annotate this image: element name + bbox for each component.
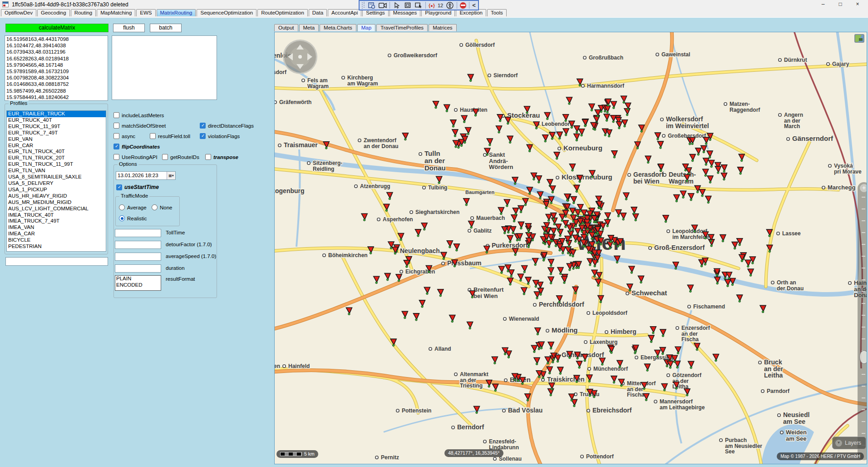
map-tab-Output[interactable]: Output: [274, 24, 298, 31]
coordinate-item[interactable]: 16.01468633,48.08818752: [5, 81, 108, 87]
useroutingapi-checkbox[interactable]: [113, 154, 119, 160]
collapse-chevron-icon[interactable]: <: [472, 2, 476, 9]
start-datetime-picker[interactable]: 13.01.2026 18:23 ▦▾: [116, 171, 176, 180]
form-settings-icon[interactable]: [368, 2, 376, 9]
profile-item[interactable]: IMEA_TRUCK_7_49T: [7, 218, 106, 224]
checkbox-row[interactable]: useStartTime: [116, 184, 159, 190]
checkbox-row[interactable]: includeLastMeters: [113, 112, 164, 118]
radio-row[interactable]: Average: [119, 204, 147, 210]
profile-item[interactable]: EUR_CAR: [7, 143, 106, 149]
profile-item[interactable]: AUS_LCV_LIGHT_COMMERCIAL: [7, 206, 106, 212]
coordinate-item[interactable]: 15.97584491,48.18240642: [5, 94, 108, 100]
main-tab-MapMatching[interactable]: MapMatching: [97, 9, 135, 16]
duration-input[interactable]: [115, 264, 161, 273]
coordinate-item[interactable]: 16.0739433,48.03112196: [5, 49, 108, 55]
profile-item[interactable]: IMEA_TRUCK_40T: [7, 212, 106, 219]
main-tab-MatrixRouting[interactable]: MatrixRouting: [157, 9, 196, 16]
tolltime-input[interactable]: [115, 229, 161, 237]
checkbox-row[interactable]: flipCoordinates: [113, 144, 160, 149]
pan-left-icon[interactable]: [288, 53, 293, 60]
flipcoordinates-checkbox[interactable]: [113, 144, 119, 149]
checkbox-row[interactable]: matchSideOfStreet: [113, 123, 166, 129]
checkbox-row[interactable]: transpose: [205, 154, 238, 160]
async-checkbox[interactable]: [113, 133, 119, 139]
checkbox-row[interactable]: getRouteIDs: [162, 154, 199, 160]
stop-icon[interactable]: [460, 2, 466, 9]
minimize-button[interactable]: –: [814, 0, 832, 9]
main-tab-OptiflowDev[interactable]: OptiflowDev: [1, 9, 36, 16]
profile-item[interactable]: BICYCLE: [7, 237, 106, 243]
map-tab-Matrices[interactable]: Matrices: [429, 24, 456, 31]
radio-row[interactable]: Realistic: [119, 215, 147, 221]
profile-item[interactable]: AUS_HR_HEAVY_RIGID: [7, 193, 106, 199]
overview-map-toggle-icon[interactable]: [854, 34, 864, 43]
main-tab-EWS[interactable]: EWS: [136, 9, 155, 16]
coordinate-item[interactable]: 16.1024472,48.39414038: [5, 42, 108, 49]
profile-item[interactable]: EUR_VAN: [7, 136, 106, 143]
calendar-dropdown-icon[interactable]: ▦▾: [167, 172, 175, 179]
profile-item[interactable]: USA_5_DELIVERY: [7, 180, 106, 187]
main-tab-RouteOptimization[interactable]: RouteOptimization: [257, 9, 308, 16]
violationflags-checkbox[interactable]: [200, 133, 206, 139]
detourfactor-input[interactable]: [115, 241, 161, 249]
resultfield-toll-checkbox[interactable]: [150, 133, 156, 139]
profile-item[interactable]: EUR_TLN_TRUCK_20T: [7, 155, 106, 161]
map-pan-control[interactable]: [283, 40, 317, 74]
realistic-radio[interactable]: [119, 215, 125, 221]
map-tab-Meta.Charts[interactable]: Meta.Charts: [320, 24, 356, 31]
cursor-region-icon[interactable]: [414, 2, 423, 9]
layers-button[interactable]: ▼ Layers: [832, 437, 866, 449]
resultformat-option[interactable]: PLAIN: [115, 276, 161, 282]
profile-item[interactable]: IMEA_VAN: [7, 224, 106, 231]
main-tab-Routing[interactable]: Routing: [71, 9, 96, 16]
usestarttime-checkbox[interactable]: [116, 184, 122, 190]
resultformat-option[interactable]: ENCODED: [115, 282, 161, 288]
flush-button[interactable]: flush: [113, 24, 145, 32]
coordinate-item[interactable]: 15.9857499,48.26502288: [5, 88, 108, 94]
map-canvas[interactable]: GöllersdorfGroßweikersdorfGroßrußbachGaw…: [274, 32, 867, 464]
profiles-listbox[interactable]: EUR_TRAILER_TRUCKEUR_TRUCK_40TEUR_TRUCK_…: [6, 110, 106, 252]
map-tab-Map[interactable]: Map: [357, 24, 375, 31]
profile-filter-input[interactable]: [5, 257, 108, 266]
zoom-in-icon[interactable]: +: [860, 184, 867, 192]
profile-item[interactable]: EUR_TLN_VAN: [7, 168, 106, 174]
checkbox-row[interactable]: violationFlags: [200, 133, 240, 139]
coordinate-item[interactable]: 16.51958163,48.44317098: [5, 36, 108, 42]
profile-item[interactable]: EUR_TRUCK_11_99T: [7, 124, 106, 130]
cursor-icon[interactable]: [393, 2, 401, 9]
pan-right-icon[interactable]: [307, 53, 312, 60]
coordinate-item[interactable]: 16.65228263,48.02189418: [5, 55, 108, 62]
coordinate-item[interactable]: 15.97891589,48.16732109: [5, 68, 108, 75]
zoom-handle[interactable]: [859, 350, 867, 364]
getrouteids-checkbox[interactable]: [162, 154, 168, 160]
checkbox-row[interactable]: async: [113, 133, 135, 139]
none-radio[interactable]: [152, 204, 158, 210]
profile-item[interactable]: PEDESTRIAN: [7, 243, 106, 250]
region-icon[interactable]: [404, 2, 412, 9]
map-tab-Meta[interactable]: Meta: [299, 24, 319, 31]
video-camera-icon[interactable]: [379, 2, 387, 9]
zoom-slider[interactable]: +: [858, 182, 867, 460]
profile-item[interactable]: USA_8_SEMITRAILER_5AXLE: [7, 174, 106, 180]
transpose-checkbox[interactable]: [205, 154, 211, 160]
main-tab-Geocoding[interactable]: Geocoding: [37, 9, 70, 16]
directdistanceflags-checkbox[interactable]: [200, 123, 206, 129]
checkbox-row[interactable]: directDistanceFlags: [200, 123, 254, 129]
map-tab-TravelTimeProfiles[interactable]: TravelTimeProfiles: [376, 24, 428, 31]
pan-down-icon[interactable]: [296, 64, 304, 69]
batch-button[interactable]: batch: [150, 24, 182, 32]
main-tab-Data[interactable]: Data: [309, 9, 327, 16]
maximize-button[interactable]: □: [832, 0, 849, 9]
resultformat-listbox[interactable]: PLAIN ENCODED: [115, 275, 161, 291]
calculate-matrix-button[interactable]: calculateMatrix: [5, 24, 108, 32]
main-tab-AccountApi[interactable]: AccountApi: [328, 9, 361, 16]
averagespeed-input[interactable]: [115, 253, 161, 261]
profile-item[interactable]: AUS_MR_MEDIUM_RIGID: [7, 199, 106, 206]
average-radio[interactable]: [119, 204, 125, 210]
profile-item[interactable]: EUR_TLN_TRUCK_40T: [7, 149, 106, 155]
checkbox-row[interactable]: resultField.toll: [150, 133, 190, 139]
matchsideofstreet-checkbox[interactable]: [113, 123, 119, 129]
accessibility-icon[interactable]: [446, 2, 454, 9]
profile-item[interactable]: EUR_TRAILER_TRUCK: [7, 111, 106, 117]
main-tab-SequenceOptimization[interactable]: SequenceOptimization: [197, 9, 256, 16]
